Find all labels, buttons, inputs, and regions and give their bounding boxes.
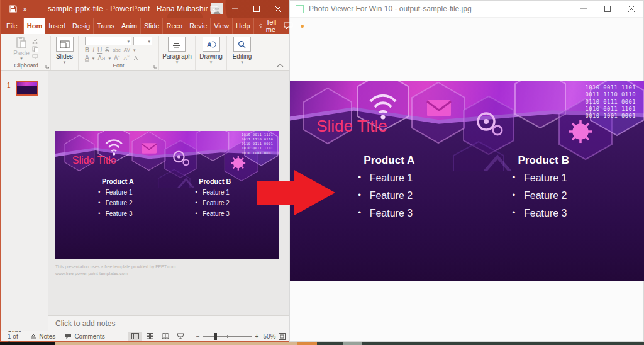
- qat-customize-icon[interactable]: »: [23, 6, 26, 13]
- slide-sorter-view-button[interactable]: [143, 332, 157, 341]
- tab-transitions[interactable]: Trans: [94, 18, 118, 34]
- product-a-column[interactable]: Product A Feature 1 Feature 2 Feature 3: [69, 178, 167, 221]
- slide-thumbnail-panel: 1: [1, 71, 48, 331]
- photo-viewer-title: Photo Viewer For Win 10 - output-sample-…: [309, 4, 472, 13]
- slide-canvas[interactable]: 1010 0011 11010011 1110 0110 0110 0111 0…: [55, 131, 279, 259]
- slide-title-text[interactable]: Slide Title: [72, 154, 116, 166]
- font-dialog-launcher-icon[interactable]: [153, 64, 158, 69]
- tab-review[interactable]: Revie: [186, 18, 211, 34]
- paragraph-icon: [168, 37, 186, 52]
- feature-item: Feature 2: [513, 190, 622, 201]
- zoom-in-button[interactable]: +: [255, 333, 259, 340]
- tab-slideshow[interactable]: Slide: [141, 18, 163, 34]
- tab-animations[interactable]: Anim: [118, 18, 141, 34]
- close-button[interactable]: [619, 1, 643, 17]
- reading-view-button[interactable]: [158, 332, 172, 341]
- character-spacing-button[interactable]: AV: [124, 47, 130, 53]
- lightbulb-icon: [259, 22, 262, 30]
- desktop: » sample-pptx-file - PowerPoint Rana Mub…: [0, 0, 644, 345]
- drawing-button[interactable]: A Drawing ▾: [199, 37, 223, 64]
- format-painter-icon[interactable]: [32, 54, 39, 60]
- tabrow-right: [284, 18, 311, 34]
- font-name-select[interactable]: ▾: [85, 37, 131, 45]
- tab-file[interactable]: File: [1, 18, 24, 34]
- ribbon-group-editing: Editing ▾ .: [227, 36, 257, 70]
- zoom-out-button[interactable]: −: [196, 333, 200, 340]
- ribbon-display-options-icon[interactable]: [203, 0, 225, 18]
- comments-icon[interactable]: [284, 22, 293, 30]
- slide-editing-canvas[interactable]: 1010 0011 11010011 1110 0110 0110 0111 0…: [48, 71, 289, 315]
- save-icon[interactable]: [9, 5, 17, 13]
- product-a-heading: Product A: [69, 178, 167, 185]
- strikethrough-button[interactable]: S: [105, 47, 109, 54]
- cut-icon[interactable]: [32, 38, 39, 44]
- powerpoint-window: » sample-pptx-file - PowerPoint Rana Mub…: [0, 0, 289, 342]
- product-b-heading: Product B: [166, 178, 264, 185]
- tab-help[interactable]: Help: [233, 18, 254, 34]
- tell-me-box[interactable]: Tell me: [254, 18, 284, 34]
- binary-decoration: 1010 0011 11010011 1110 0110 0110 0111 0…: [242, 133, 273, 156]
- font-size-select[interactable]: ▾: [133, 37, 152, 45]
- ribbon-group-slides: Slides ▾ .: [51, 36, 79, 70]
- product-b-column[interactable]: Product B Feature 1 Feature 2 Feature 3: [166, 178, 264, 221]
- tab-record[interactable]: Reco: [163, 18, 186, 34]
- tab-view[interactable]: View: [211, 18, 233, 34]
- normal-view-button[interactable]: [128, 332, 142, 341]
- photo-viewer-body: 1010 0011 11010011 1110 0110 0110 0111 0…: [290, 18, 643, 341]
- shrink-font-button[interactable]: A˅: [123, 55, 130, 62]
- slides-label: Slides: [56, 53, 73, 60]
- paste-button[interactable]: Paste ▾: [13, 37, 30, 60]
- notes-icon: [30, 334, 36, 339]
- feature-item: Feature 3: [196, 210, 264, 217]
- ribbon: Paste ▾ Clipboard: [1, 34, 289, 71]
- product-a-heading: Product A: [311, 154, 467, 167]
- notes-toggle[interactable]: Notes: [27, 331, 58, 341]
- editing-button[interactable]: Editing ▾: [233, 37, 252, 64]
- collapse-ribbon-icon[interactable]: [277, 64, 284, 67]
- comments-toggle[interactable]: Comments: [61, 331, 108, 341]
- ribbon-group-paragraph: Paragraph ▾ .: [159, 36, 196, 70]
- minimize-button[interactable]: [225, 0, 246, 18]
- slides-button[interactable]: Slides ▾: [56, 37, 74, 64]
- font-color-button[interactable]: A: [85, 55, 89, 62]
- view-switcher: [128, 332, 187, 341]
- zoom-level[interactable]: 50%: [262, 333, 275, 340]
- maximize-button[interactable]: [596, 1, 619, 17]
- minimize-button[interactable]: [572, 1, 596, 17]
- clear-strike-button[interactable]: abc: [113, 47, 121, 53]
- slide-thumbnail[interactable]: [16, 81, 38, 96]
- close-button[interactable]: [267, 0, 289, 18]
- italic-button[interactable]: I: [92, 47, 94, 54]
- tab-insert[interactable]: Inserl: [45, 18, 69, 34]
- paragraph-button[interactable]: Paragraph ▾: [162, 37, 192, 64]
- copy-icon[interactable]: [32, 46, 39, 52]
- fit-to-window-icon[interactable]: [279, 333, 286, 340]
- grow-font-button[interactable]: A˄: [114, 55, 120, 62]
- slide-counter: Slide 1 of 1: [4, 331, 25, 341]
- tab-home[interactable]: Hom: [24, 18, 45, 34]
- slideshow-view-button[interactable]: [174, 332, 187, 341]
- slides-icon: [56, 37, 74, 52]
- underline-button[interactable]: U: [97, 47, 102, 54]
- window-controls: [203, 0, 289, 18]
- maximize-button[interactable]: [246, 0, 267, 18]
- clear-formatting-icon[interactable]: [133, 55, 139, 61]
- binary-decoration: 1010 0011 11010011 1110 0110 0110 0111 0…: [586, 84, 636, 120]
- feature-item: Feature 2: [358, 190, 467, 201]
- quick-access-toolbar: »: [1, 5, 26, 13]
- tab-design[interactable]: Desig: [69, 18, 94, 34]
- feature-item: Feature 3: [98, 210, 167, 217]
- notes-pane[interactable]: Click to add notes: [48, 315, 289, 331]
- group-label-font: Font: [113, 62, 124, 70]
- zoom-slider[interactable]: [203, 332, 252, 340]
- thumbnail-number: 1: [7, 82, 11, 89]
- feature-item: Feature 1: [358, 172, 467, 184]
- clipboard-dialog-launcher-icon[interactable]: [45, 64, 50, 69]
- find-icon: [233, 37, 251, 52]
- change-case-button[interactable]: Aa: [97, 55, 105, 62]
- product-b-heading: Product B: [465, 154, 621, 167]
- window-title: sample-pptx-file - PowerPoint: [48, 0, 150, 18]
- paragraph-label: Paragraph: [162, 53, 192, 60]
- zoom-controls: − + 50%: [196, 332, 286, 340]
- bold-button[interactable]: B: [85, 47, 89, 54]
